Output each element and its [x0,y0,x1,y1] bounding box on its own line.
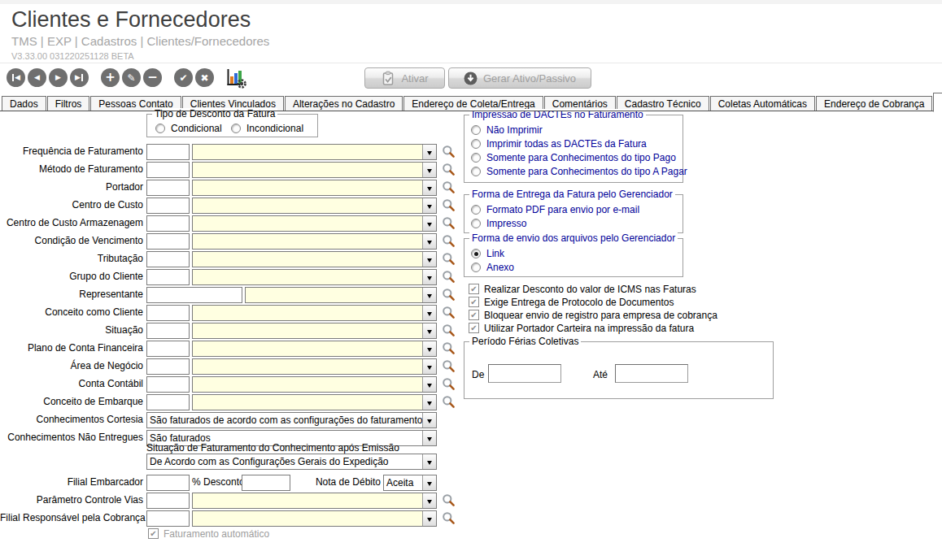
centro-de-custo-search-icon[interactable] [442,198,456,215]
dropdown-arrow-icon[interactable] [422,413,436,428]
bloquear-envio-de-registro-para-empresa-de-cobranca-checkbox[interactable]: ✔ [469,310,479,320]
utilizar-portador-carteira-na-impressao-da-fatura-checkbox[interactable]: ✔ [469,323,479,333]
condicao-de-vencimento-code-input[interactable] [146,233,190,250]
dropdown-arrow-icon[interactable] [422,306,436,320]
add-button[interactable]: + [101,68,120,87]
tab-dados[interactable]: Dados [2,96,46,111]
somente-para-conhecimentos-do-tipo-a-pagar-radio[interactable] [471,167,481,176]
frequencia-de-faturamento-code-input[interactable] [146,144,190,160]
representante-combobox[interactable] [245,287,437,303]
tab-endereco-de-cobranca[interactable]: Endereço de Cobrança [816,96,932,111]
grupo-do-cliente-search-icon[interactable] [442,270,456,286]
filial-responsavel-pela-cobranca-combobox[interactable] [192,510,437,527]
last-button[interactable]: ▶ [70,68,89,87]
ativar-button[interactable]: Ativar [364,67,445,89]
tab-filtros[interactable]: Filtros [47,96,90,111]
desconto-input[interactable] [242,475,290,491]
radio-option-imprimir-todas-as-dactes-da-fatura[interactable]: Imprimir todas as DACTEs da Fatura [471,138,647,150]
tributacao-code-input[interactable] [146,251,190,267]
portador-combobox[interactable] [192,180,437,196]
situacao-code-input[interactable] [146,323,190,339]
filial-embarcador-code-input[interactable] [146,475,190,491]
representante-search-icon[interactable] [442,288,456,304]
condicao-de-vencimento-search-icon[interactable] [442,234,456,250]
nota-de-debito-combobox[interactable]: Aceita [383,475,437,491]
exige-entrega-de-protocolo-de-documentos-checkbox[interactable]: ✔ [469,297,479,307]
conceito-de-embarque-combobox[interactable] [192,394,437,410]
confirm-button[interactable]: ✔ [174,68,193,87]
grupo-do-cliente-combobox[interactable] [192,269,437,285]
first-button[interactable]: ◀ [7,68,25,87]
representante-code-input[interactable] [146,287,242,303]
incondicional-radio[interactable] [231,124,241,133]
dropdown-arrow-icon[interactable] [422,216,436,231]
dropdown-arrow-icon[interactable] [422,431,436,445]
link-radio[interactable] [471,249,481,258]
imprimir-todas-as-dactes-da-fatura-radio[interactable] [471,139,481,149]
plano-de-conta-financeira-code-input[interactable] [146,341,190,357]
radio-option-impresso[interactable]: Impresso [471,218,526,229]
dropdown-arrow-icon[interactable] [422,288,436,302]
cancel-button[interactable]: ✖ [195,68,214,87]
dropdown-arrow-icon[interactable] [422,323,436,338]
tributacao-search-icon[interactable] [442,252,456,268]
metodo-de-faturamento-search-icon[interactable] [442,163,456,179]
frequencia-de-faturamento-search-icon[interactable] [442,145,456,161]
condicional-radio[interactable] [155,124,165,133]
conceito-de-embarque-code-input[interactable] [146,394,190,410]
dropdown-arrow-icon[interactable] [422,163,436,177]
tab-coletas-automaticas[interactable]: Coletas Automáticas [710,96,815,111]
metodo-de-faturamento-combobox[interactable] [192,162,437,178]
impresso-radio[interactable] [471,219,481,228]
tab-contas-a-receber[interactable]: Contas a Receber [933,93,942,112]
dropdown-arrow-icon[interactable] [422,145,436,159]
dropdown-arrow-icon[interactable] [422,234,436,249]
dropdown-arrow-icon[interactable] [422,493,436,508]
edit-button[interactable]: ✎ [122,68,141,87]
radio-option-link[interactable]: Link [471,248,504,259]
radio-option-condicional[interactable]: Condicional [155,123,222,134]
dropdown-arrow-icon[interactable] [422,359,436,374]
situacao-combobox[interactable] [192,323,437,339]
situacao-faturamento-apos-emissao-combobox[interactable]: De Acordo com as Configurações Gerais do… [146,454,437,470]
conceito-como-cliente-search-icon[interactable] [442,306,456,322]
area-de-negocio-search-icon[interactable] [442,359,456,376]
dropdown-arrow-icon[interactable] [422,341,436,356]
conta-contabil-combobox[interactable] [192,376,437,393]
conceito-como-cliente-combobox[interactable] [192,305,437,321]
dropdown-arrow-icon[interactable] [422,270,436,284]
area-de-negocio-code-input[interactable] [146,358,190,375]
parametro-controle-vias-code-input[interactable] [146,493,190,509]
dropdown-arrow-icon[interactable] [422,252,436,267]
radio-option-anexo[interactable]: Anexo [471,262,514,273]
dropdown-arrow-icon[interactable] [422,395,436,410]
centro-de-custo-combobox[interactable] [192,198,437,214]
realizar-desconto-do-valor-de-icms-nas-faturas-checkbox[interactable]: ✔ [469,284,479,294]
gerar-ativo-passivo-button[interactable]: Gerar Ativo/Passivo [448,67,591,89]
dropdown-arrow-icon[interactable] [422,475,436,490]
ferias-ate-input[interactable] [615,364,688,383]
grupo-do-cliente-code-input[interactable] [146,269,190,285]
anexo-radio[interactable] [471,263,481,272]
radio-option-incondicional[interactable]: Incondicional [231,123,303,134]
next-button[interactable]: ▶ [49,68,68,87]
conta-contabil-search-icon[interactable] [442,377,456,393]
previous-button[interactable]: ◀ [28,68,46,87]
portador-code-input[interactable] [146,180,190,196]
centro-de-custo-armazenagem-combobox[interactable] [192,215,437,232]
radio-option-somente-para-conhecimentos-do-tipo-pago[interactable]: Somente para Conhecimentos do tipo Pago [471,152,676,163]
centro-de-custo-code-input[interactable] [146,198,190,214]
parametro-controle-vias-combobox[interactable] [192,493,437,509]
situacao-search-icon[interactable] [442,323,456,340]
dropdown-arrow-icon[interactable] [422,180,436,195]
centro-de-custo-armazenagem-code-input[interactable] [146,215,190,232]
remove-button[interactable]: − [143,68,162,87]
tab-alteracoes-no-cadastro[interactable]: Alterações no Cadastro [285,96,403,111]
portador-search-icon[interactable] [442,180,456,197]
frequencia-de-faturamento-combobox[interactable] [192,144,437,160]
radio-option-somente-para-conhecimentos-do-tipo-a-pagar[interactable]: Somente para Conhecimentos do tipo A Pag… [471,166,687,177]
nao-imprimir-radio[interactable] [471,125,481,135]
dropdown-arrow-icon[interactable] [422,377,436,392]
dropdown-arrow-icon[interactable] [422,454,436,469]
metodo-de-faturamento-code-input[interactable] [146,162,190,178]
